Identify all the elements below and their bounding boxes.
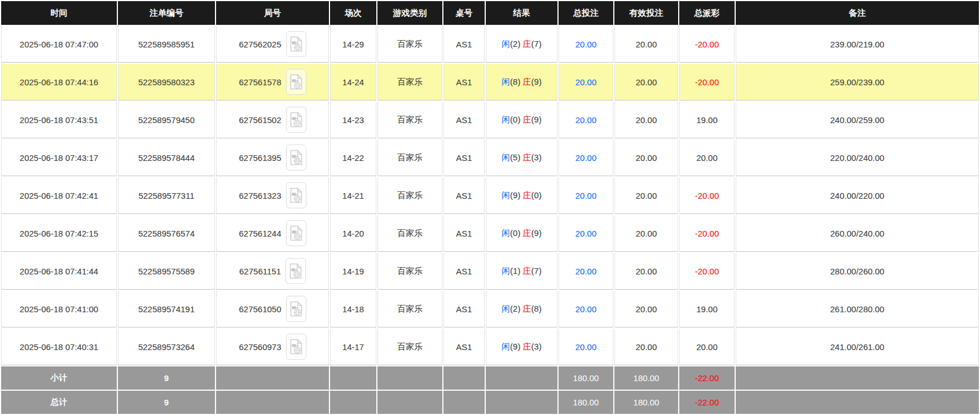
banker-score: (9) bbox=[531, 228, 542, 238]
player-score: (2) bbox=[510, 39, 520, 49]
video-replay-button[interactable] bbox=[286, 182, 306, 208]
round-id: 627561244 bbox=[239, 229, 281, 238]
game-type-cell: 百家乐 bbox=[377, 102, 442, 138]
video-replay-button[interactable] bbox=[286, 334, 306, 360]
table-row[interactable]: 2025-06-18 07:43:17 522589578444 6275613… bbox=[1, 139, 979, 176]
bet-id-cell: 522589579450 bbox=[118, 102, 215, 138]
valid-bet-cell: 20.00 bbox=[614, 215, 678, 252]
payout-cell: -20.00 bbox=[679, 64, 735, 101]
header-result: 结果 bbox=[486, 1, 557, 25]
time-cell: 2025-06-18 07:42:41 bbox=[1, 177, 117, 214]
game-type-cell: 百家乐 bbox=[377, 177, 442, 214]
grand-total-total-bet: 180.00 bbox=[559, 391, 613, 414]
table-body: 2025-06-18 07:47:00 522589585951 6275620… bbox=[1, 26, 979, 365]
table-no-cell: AS1 bbox=[443, 215, 485, 252]
valid-bet-cell: 20.00 bbox=[614, 177, 678, 214]
player-label: 闲 bbox=[502, 266, 510, 276]
total-bet-cell: 20.00 bbox=[559, 102, 613, 138]
result-cell: 闲(2) 庄(8) bbox=[486, 291, 557, 327]
footer-empty-cell bbox=[216, 391, 329, 414]
player-label: 闲 bbox=[502, 228, 510, 238]
video-replay-button[interactable] bbox=[285, 258, 306, 284]
total-bet-cell: 20.00 bbox=[559, 139, 613, 176]
session-cell: 14-22 bbox=[330, 139, 376, 176]
payout-cell: -20.00 bbox=[679, 253, 735, 290]
player-score: (9) bbox=[510, 190, 520, 200]
video-replay-button[interactable] bbox=[286, 107, 306, 133]
total-bet-cell: 20.00 bbox=[559, 177, 613, 214]
video-replay-button[interactable] bbox=[286, 69, 306, 95]
player-label: 闲 bbox=[502, 152, 510, 162]
round-id-cell: 627561323 bbox=[216, 177, 329, 214]
table-row[interactable]: 2025-06-18 07:41:00 522589574191 6275610… bbox=[1, 291, 979, 327]
footer-empty-cell bbox=[377, 366, 442, 390]
payout-cell: 19.00 bbox=[679, 102, 735, 138]
banker-score: (9) bbox=[531, 77, 542, 86]
table-row[interactable]: 2025-06-18 07:44:16 522589580323 6275615… bbox=[1, 64, 979, 101]
banker-score: (8) bbox=[531, 304, 542, 313]
result-cell: 闲(5) 庄(3) bbox=[486, 139, 557, 176]
game-type-cell: 百家乐 bbox=[377, 64, 442, 101]
table-row[interactable]: 2025-06-18 07:40:31 522589573264 6275609… bbox=[1, 329, 979, 365]
bet-id-cell: 522589585951 bbox=[118, 26, 215, 63]
valid-bet-cell: 20.00 bbox=[614, 291, 678, 327]
game-type-cell: 百家乐 bbox=[377, 253, 442, 290]
header-total-bet: 总投注 bbox=[559, 1, 613, 25]
subtotal-payout: -22.00 bbox=[679, 366, 735, 390]
grand-total-payout: -22.00 bbox=[679, 391, 735, 414]
payout-cell: 19.00 bbox=[679, 291, 735, 327]
video-file-icon bbox=[290, 74, 302, 90]
footer-empty-cell bbox=[216, 366, 329, 390]
round-id-cell: 627561050 bbox=[216, 291, 329, 327]
time-cell: 2025-06-18 07:42:15 bbox=[1, 215, 117, 252]
table-no-cell: AS1 bbox=[443, 253, 485, 290]
player-label: 闲 bbox=[502, 304, 510, 313]
table-row[interactable]: 2025-06-18 07:42:41 522589577311 6275613… bbox=[1, 177, 979, 214]
round-id: 627561050 bbox=[239, 304, 281, 314]
result-cell: 闲(2) 庄(7) bbox=[486, 26, 557, 63]
video-replay-button[interactable] bbox=[286, 296, 306, 322]
player-score: (1) bbox=[510, 266, 520, 276]
banker-label: 庄 bbox=[523, 228, 531, 238]
video-replay-button[interactable] bbox=[286, 145, 306, 171]
table-row[interactable]: 2025-06-18 07:47:00 522589585951 6275620… bbox=[1, 26, 979, 63]
bet-id-cell: 522589574191 bbox=[118, 291, 215, 327]
table-row[interactable]: 2025-06-18 07:42:15 522589576574 6275612… bbox=[1, 215, 979, 252]
footer-empty-cell bbox=[330, 366, 376, 390]
betting-records-table: 时间 注单编号 局号 场次 游戏类别 桌号 结果 总投注 有效投注 总派彩 备注… bbox=[0, 0, 980, 415]
header-round-id: 局号 bbox=[216, 1, 329, 25]
round-id: 627562025 bbox=[239, 40, 281, 49]
payout-cell: 20.00 bbox=[679, 329, 735, 365]
bet-id-cell: 522589578444 bbox=[118, 139, 215, 176]
player-score: (9) bbox=[510, 342, 520, 351]
banker-label: 庄 bbox=[523, 304, 531, 313]
table-row[interactable]: 2025-06-18 07:41:44 522589575589 6275611… bbox=[1, 253, 979, 290]
player-score: (0) bbox=[510, 228, 520, 238]
video-file-icon bbox=[290, 187, 302, 203]
game-type-cell: 百家乐 bbox=[377, 215, 442, 252]
payout-cell: -20.00 bbox=[679, 26, 735, 63]
total-bet-cell: 20.00 bbox=[559, 64, 613, 101]
table-row[interactable]: 2025-06-18 07:43:51 522589579450 6275615… bbox=[1, 102, 979, 138]
video-file-icon bbox=[290, 339, 302, 355]
header-row: 时间 注单编号 局号 场次 游戏类别 桌号 结果 总投注 有效投注 总派彩 备注 bbox=[1, 1, 979, 25]
video-replay-button[interactable] bbox=[286, 31, 306, 57]
session-cell: 14-18 bbox=[330, 291, 376, 327]
subtotal-label: 小计 bbox=[1, 366, 117, 390]
banker-label: 庄 bbox=[523, 190, 531, 200]
footer-empty-cell bbox=[736, 366, 979, 390]
round-id: 627561395 bbox=[239, 153, 281, 163]
round-id-cell: 627561151 bbox=[216, 253, 329, 290]
banker-label: 庄 bbox=[523, 39, 531, 49]
video-replay-button[interactable] bbox=[286, 220, 306, 246]
round-id-cell: 627560973 bbox=[216, 329, 329, 365]
banker-label: 庄 bbox=[523, 115, 531, 124]
header-table-no: 桌号 bbox=[443, 1, 485, 25]
banker-score: (3) bbox=[531, 152, 542, 162]
table-header: 时间 注单编号 局号 场次 游戏类别 桌号 结果 总投注 有效投注 总派彩 备注 bbox=[1, 1, 979, 25]
table-footer: 小计 9 180.00 180.00 -22.00 总计 9 bbox=[1, 366, 979, 414]
grand-total-label: 总计 bbox=[1, 391, 117, 414]
remark-cell: 240.00/220.00 bbox=[736, 177, 979, 214]
total-bet-cell: 20.00 bbox=[559, 329, 613, 365]
banker-label: 庄 bbox=[523, 77, 531, 86]
